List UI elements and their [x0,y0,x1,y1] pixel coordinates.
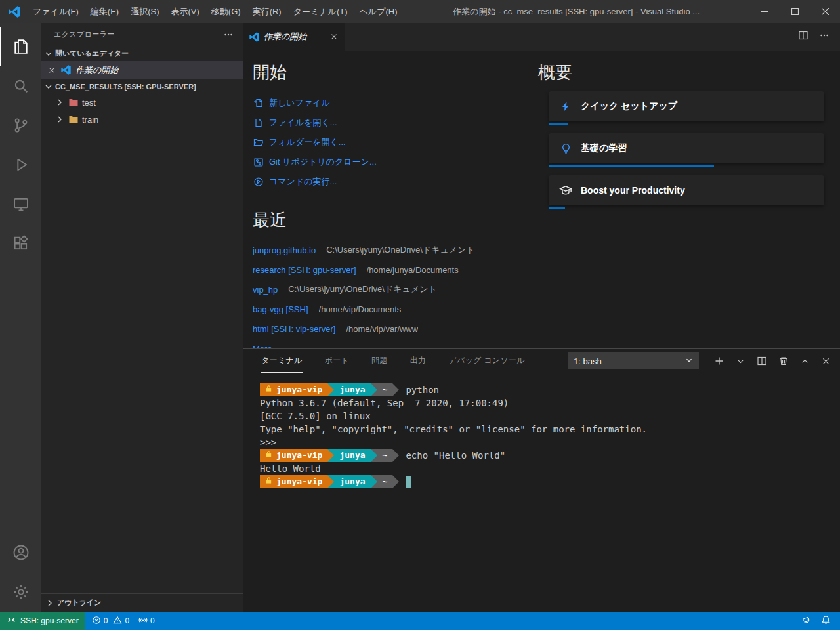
folder-test[interactable]: test [41,94,243,111]
extensions-icon[interactable] [0,224,41,263]
activity-bar [0,23,41,612]
open-folder-link[interactable]: フォルダーを開く... [253,133,538,152]
walkthrough-progress [549,123,824,125]
recent-item: html [SSH: vip-server] /home/vip/var/www [253,319,538,339]
recent-item-link[interactable]: vip_hp [253,285,278,295]
walkthrough-label: 基礎の学習 [581,142,627,154]
prompt-user: junya-vip [276,449,322,462]
trash-icon[interactable] [778,356,789,366]
vscode-file-icon [61,65,71,75]
prompt-user: junya-vip [276,383,322,396]
split-editor-icon[interactable] [798,30,808,43]
sidebar-title: エクスプローラー [54,30,223,39]
close-icon[interactable] [47,66,56,75]
run-debug-icon[interactable] [0,145,41,184]
menu-run[interactable]: 実行(R) [247,0,287,23]
feedback-icon[interactable] [802,615,812,627]
menu-terminal[interactable]: ターミナル(T) [287,0,354,23]
tab-output[interactable]: 出力 [410,349,427,373]
accounts-icon[interactable] [0,533,41,572]
editor-region: 作業の開始 開始 新しいファイル [243,23,840,612]
explorer-icon[interactable] [0,27,41,66]
remote-label: SSH: gpu-server [20,616,79,625]
tab-terminal[interactable]: ターミナル [261,349,303,373]
close-icon[interactable] [329,32,339,41]
terminal-line: junya-vip junya ~ [260,475,840,488]
terminal-panel: ターミナル ポート 問題 出力 デバッグ コンソール 1: bash [243,348,840,612]
remote-indicator[interactable]: SSH: gpu-server [0,612,85,630]
workspace-section[interactable]: CC_MSE_RESULTS [SSH: GPU-SERVER] [41,79,243,94]
mortar-board-icon [559,184,572,197]
walkthrough-productivity[interactable]: Boost your Productivity [549,175,824,205]
prompt-dir: ~ [383,475,388,488]
run-command-link[interactable]: コマンドの実行... [253,172,538,192]
menu-go[interactable]: 移動(G) [205,0,247,23]
menu-help[interactable]: ヘルプ(H) [354,0,404,23]
source-control-icon[interactable] [0,106,41,145]
vscode-window: ファイル(F) 編集(E) 選択(S) 表示(V) 移動(G) 実行(R) ター… [0,0,840,630]
ports-indicator[interactable]: 0 [138,616,158,627]
menu-selection[interactable]: 選択(S) [125,0,165,23]
chevron-down-icon [684,356,694,367]
tab-ports[interactable]: ポート [325,349,349,373]
lightbulb-icon [559,142,572,155]
walkthrough-progress [549,207,824,209]
folder-train[interactable]: train [41,111,243,128]
tab-debug-console[interactable]: デバッグ コンソール [448,349,525,373]
search-icon[interactable] [0,66,41,106]
error-icon [92,616,101,627]
recent-item: research [SSH: gpu-server] /home/junya/D… [253,260,538,280]
new-file-link[interactable]: 新しいファイル [253,93,538,113]
menu-view[interactable]: 表示(V) [165,0,205,23]
new-terminal-icon[interactable] [714,356,724,366]
remote-explorer-icon[interactable] [0,184,41,224]
walkthrough-quick-setup[interactable]: クイック セットアップ [549,91,824,121]
menu-file[interactable]: ファイル(F) [27,0,85,23]
recent-item: bag-vgg [SSH] /home/vip/Documents [253,299,538,319]
shell-selector[interactable]: 1: bash [568,352,699,369]
open-file-link[interactable]: ファイルを開く... [253,113,538,133]
maximize-panel-icon[interactable] [800,356,810,366]
menu-edit[interactable]: 編集(E) [85,0,125,23]
chevron-down-icon[interactable] [736,356,746,366]
close-button[interactable] [810,0,840,23]
recent-item-link[interactable]: html [SSH: vip-server] [253,324,335,334]
more-actions-icon[interactable] [819,30,830,43]
settings-gear-icon[interactable] [0,572,41,612]
walkthrough-progress [549,165,824,167]
more-actions-icon[interactable] [223,30,234,40]
close-panel-icon[interactable] [821,356,831,366]
open-editor-item[interactable]: 作業の開始 [41,61,243,79]
outline-label: アウトライン [57,598,102,608]
outline-section[interactable]: アウトライン [41,593,243,612]
git-repo-icon [253,157,264,167]
recent-item-link[interactable]: research [SSH: gpu-server] [253,265,356,275]
terminal-content[interactable]: junya-vip junya ~ python Python 3.6.7 (d… [243,373,840,612]
walkthrough-wrap: Boost your Productivity [549,175,824,209]
split-terminal-icon[interactable] [757,356,767,366]
recent-item-link[interactable]: bag-vgg [SSH] [253,304,308,314]
recent-item-link[interactable]: junprog.github.io [253,245,316,255]
chevron-down-icon [43,81,54,92]
more-link[interactable]: More [253,339,538,348]
notifications-bell-icon[interactable] [821,615,831,627]
problems-indicator[interactable]: 0 0 [92,616,132,627]
status-bar-right [802,615,840,627]
menu-bar: ファイル(F) 編集(E) 選択(S) 表示(V) 移動(G) 実行(R) ター… [27,0,403,23]
open-editors-section[interactable]: 開いているエディター [41,46,243,61]
terminal-prompt: junya-vip junya ~ [260,475,399,488]
tab-problems[interactable]: 問題 [371,349,388,373]
walkthrough-label: クイック セットアップ [581,100,677,112]
maximize-button[interactable] [780,0,810,23]
powerline-arrow [392,449,399,462]
tab-welcome[interactable]: 作業の開始 [243,23,345,51]
git-clone-link[interactable]: Git リポジトリのクローン... [253,152,538,172]
lock-icon [265,383,272,396]
error-count: 0 [104,616,108,625]
lock-icon [265,475,272,488]
walkthrough-fundamentals[interactable]: 基礎の学習 [549,133,824,163]
title-bar: ファイル(F) 編集(E) 選択(S) 表示(V) 移動(G) 実行(R) ター… [0,0,840,23]
terminal-output: Hello World [260,462,840,475]
minimize-button[interactable] [749,0,780,23]
terminal-line: junya-vip junya ~ python [260,383,840,396]
